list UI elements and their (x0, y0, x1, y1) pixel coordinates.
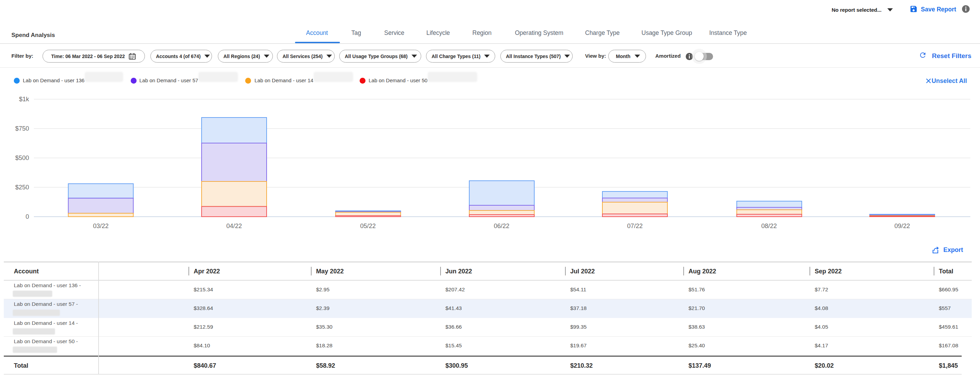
svg-text:04/22: 04/22 (226, 222, 242, 230)
svg-text:$750: $750 (15, 125, 29, 132)
svg-text:05/22: 05/22 (360, 222, 375, 230)
svg-text:08/22: 08/22 (761, 222, 777, 230)
svg-text:0: 0 (25, 213, 29, 220)
svg-text:03/22: 03/22 (93, 222, 108, 230)
svg-text:$1k: $1k (19, 96, 29, 103)
svg-text:$250: $250 (15, 184, 29, 191)
svg-text:07/22: 07/22 (627, 222, 643, 230)
svg-text:$500: $500 (15, 154, 29, 162)
svg-text:09/22: 09/22 (894, 222, 910, 230)
svg-text:06/22: 06/22 (494, 222, 509, 230)
